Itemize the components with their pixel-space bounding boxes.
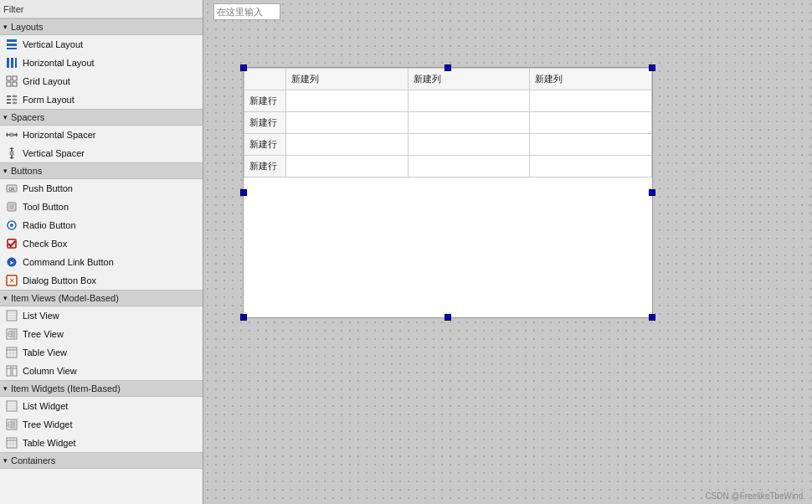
svg-rect-19: [10, 133, 13, 136]
canvas-area: 新建列新建列新建列新建行新建行新建行新建行 CSDN @FreelikeTheW…: [203, 0, 812, 504]
table-row[interactable]: 新建行: [244, 90, 652, 112]
sidebar-item-label-dialog-button-box: Dialog Button Box: [23, 275, 96, 285]
svg-rect-4: [11, 58, 13, 68]
cmd-icon: ➤: [5, 255, 18, 269]
svg-rect-67: [11, 426, 15, 428]
sidebar-item-label-radio-button: Radio Button: [23, 220, 76, 230]
table-cell-3-0[interactable]: [286, 156, 409, 177]
sidebar-item-horizontal-spacer[interactable]: Horizontal Spacer: [0, 126, 203, 144]
canvas-table: 新建列新建列新建列新建行新建行新建行新建行: [244, 68, 652, 177]
table-cell-0-2[interactable]: [530, 90, 652, 112]
sidebar-item-horizontal-layout[interactable]: Horizontal Layout: [0, 54, 203, 72]
handle-bm: [445, 314, 451, 321]
sidebar-item-tree-widget[interactable]: Tree Widget: [0, 415, 203, 434]
svg-rect-13: [13, 99, 17, 100]
category-arrow: ▾: [3, 384, 8, 393]
table-col-header-1[interactable]: 新建列: [408, 69, 530, 90]
table-col-header-2[interactable]: 新建列: [530, 69, 652, 90]
category-spacers[interactable]: ▾Spacers: [0, 109, 203, 126]
table-cell-2-1[interactable]: [408, 134, 530, 156]
svg-point-29: [10, 224, 13, 227]
sidebar-item-label-vertical-layout: Vertical Layout: [23, 39, 83, 49]
sidebar-item-table-widget[interactable]: Table Widget: [0, 434, 203, 452]
svg-rect-46: [11, 336, 15, 337]
table-row-header-2: 新建行: [244, 134, 286, 156]
sidebar-item-check-box[interactable]: Check Box: [0, 234, 203, 253]
sidebar-item-label-check-box: Check Box: [23, 239, 67, 249]
sidebar-item-label-horizontal-spacer: Horizontal Spacer: [23, 130, 95, 140]
spacer-v-icon: [5, 147, 18, 160]
table-row[interactable]: 新建行: [244, 112, 652, 134]
check-icon: [5, 237, 18, 250]
table-row-header-3: 新建行: [244, 156, 286, 177]
svg-rect-0: [7, 39, 17, 42]
svg-rect-23: [10, 152, 13, 155]
tree-icon: [5, 327, 18, 341]
table-cell-3-1[interactable]: [408, 156, 530, 177]
svg-marker-17: [6, 132, 8, 137]
category-arrow: ▾: [3, 167, 8, 175]
svg-rect-8: [7, 82, 11, 86]
category-containers[interactable]: ▾Containers: [0, 452, 203, 469]
handle-br: [649, 314, 655, 321]
sidebar-item-command-link-button[interactable]: ➤Command Link Button: [0, 253, 203, 271]
canvas-table-widget[interactable]: 新建列新建列新建列新建行新建行新建行新建行: [243, 67, 653, 318]
category-label: Spacers: [11, 112, 44, 122]
svg-text:✕: ✕: [9, 277, 15, 285]
column-icon: [5, 364, 18, 378]
table-cell-2-2[interactable]: [530, 134, 652, 156]
left-panel: Filter ▾LayoutsVertical LayoutHorizontal…: [0, 0, 203, 504]
sidebar-item-push-button[interactable]: OKPush Button: [0, 179, 203, 198]
layout-v-icon: [5, 38, 18, 51]
filter-label: Filter: [3, 4, 23, 14]
svg-rect-68: [7, 438, 17, 448]
sidebar-item-grid-layout[interactable]: Grid Layout: [0, 72, 203, 90]
table-cell-1-2[interactable]: [530, 112, 652, 134]
sidebar-item-list-view[interactable]: List View: [0, 306, 203, 325]
sidebar-item-tool-button[interactable]: Tool Button: [0, 198, 203, 216]
sidebar-item-vertical-layout[interactable]: Vertical Layout: [0, 35, 203, 54]
table-cell-3-2[interactable]: [530, 156, 652, 177]
table-cell-1-0[interactable]: [286, 112, 409, 134]
table-row[interactable]: 新建行: [244, 156, 652, 177]
sidebar-item-label-tool-button: Tool Button: [23, 202, 69, 212]
handle-tl: [240, 64, 247, 71]
table-cell-0-0[interactable]: [286, 90, 409, 112]
filter-bar: Filter: [0, 0, 203, 18]
sidebar-item-table-view[interactable]: Table View: [0, 343, 203, 362]
layout-h-icon: [5, 56, 18, 69]
push-icon: OK: [5, 182, 18, 195]
svg-rect-6: [7, 76, 11, 80]
svg-rect-44: [11, 331, 15, 332]
sidebar-item-label-table-view: Table View: [23, 347, 67, 357]
table-cell-2-0[interactable]: [286, 134, 409, 156]
category-item-views[interactable]: ▾Item Views (Model-Based): [0, 290, 203, 306]
sidebar-item-label-tree-widget: Tree Widget: [23, 419, 73, 429]
sidebar-item-tree-view[interactable]: Tree View: [0, 325, 203, 343]
category-label: Containers: [11, 455, 55, 465]
svg-rect-12: [7, 99, 11, 100]
table-row[interactable]: 新建行: [244, 134, 652, 156]
category-buttons[interactable]: ▾Buttons: [0, 162, 203, 179]
svg-rect-7: [13, 76, 17, 80]
sidebar-item-label-vertical-spacer: Vertical Spacer: [23, 148, 85, 158]
table-cell-1-1[interactable]: [408, 112, 530, 134]
table-cell-0-1[interactable]: [408, 90, 530, 112]
sidebar-item-vertical-spacer[interactable]: Vertical Spacer: [0, 144, 203, 162]
category-label: Buttons: [11, 166, 42, 176]
sidebar-item-column-view[interactable]: Column View: [0, 362, 203, 380]
table-col-header-0[interactable]: 新建列: [286, 69, 409, 90]
radio-icon: [5, 219, 18, 232]
category-arrow: ▾: [3, 23, 8, 31]
sidebar-item-list-widget[interactable]: List Widget: [0, 397, 203, 415]
canvas-input[interactable]: [213, 3, 280, 20]
category-item-widgets[interactable]: ▾Item Widgets (Item-Based): [0, 380, 203, 397]
svg-rect-15: [13, 102, 17, 104]
category-layouts[interactable]: ▾Layouts: [0, 18, 203, 35]
category-arrow: ▾: [3, 294, 8, 302]
sidebar-item-radio-button[interactable]: Radio Button: [0, 216, 203, 234]
handle-bl: [240, 314, 247, 321]
sidebar-item-form-layout[interactable]: Form Layout: [0, 90, 203, 109]
sidebar-item-dialog-button-box[interactable]: ✕Dialog Button Box: [0, 271, 203, 290]
form-icon: [5, 93, 18, 106]
